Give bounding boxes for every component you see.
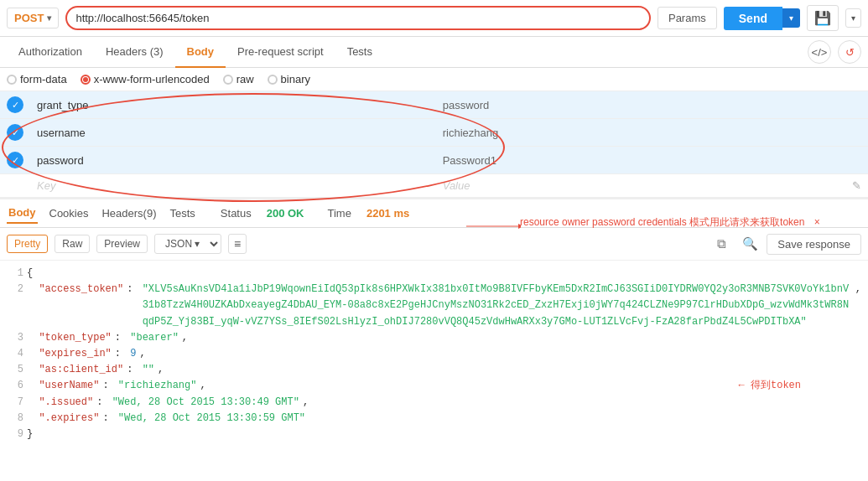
annotation-text: resource owner password credentials 模式用此… bbox=[520, 215, 820, 230]
param-value-0: password bbox=[443, 99, 490, 111]
response-tab-body[interactable]: Body bbox=[7, 203, 38, 224]
param-value-2: Password1 bbox=[443, 154, 496, 167]
line-num-4: 4 bbox=[7, 346, 23, 362]
params-wrapper: ✓ grant_type password resource owner pas… bbox=[0, 91, 868, 198]
line-num-8: 8 bbox=[7, 411, 23, 427]
format-preview-button[interactable]: Preview bbox=[96, 235, 148, 253]
line-num-2: 2 bbox=[7, 282, 23, 330]
copy-icon-button[interactable]: ⧉ bbox=[709, 232, 733, 256]
tab-tests[interactable]: Tests bbox=[335, 37, 384, 68]
table-row: ✓ grant_type password resource owner pas… bbox=[0, 91, 868, 119]
json-line-7: 7 ".issued" : "Wed, 28 Oct 2015 13:30:49… bbox=[7, 395, 861, 411]
response-tab-tests[interactable]: Tests bbox=[169, 204, 197, 223]
json-line-4: 4 "expires_in" : 9, bbox=[7, 346, 861, 362]
response-tab-cookies[interactable]: Cookies bbox=[48, 204, 91, 223]
method-selector[interactable]: POST ▾ bbox=[7, 8, 59, 28]
line-num-5: 5 bbox=[7, 362, 23, 378]
json-line-6: 6 "userName" : "richiezhang", ← 得到token bbox=[7, 378, 861, 394]
status-label: Status bbox=[221, 207, 252, 220]
chevron-down-icon: ▾ bbox=[47, 13, 51, 23]
param-value-1: richiezhang bbox=[443, 127, 499, 139]
checkbox-2[interactable]: ✓ bbox=[7, 152, 23, 168]
radio-urlencoded[interactable]: x-www-form-urlencoded bbox=[81, 73, 210, 85]
response-tab-headers[interactable]: Headers(9) bbox=[100, 204, 158, 223]
tab-authorization[interactable]: Authorization bbox=[7, 37, 94, 68]
params-button[interactable]: Params bbox=[657, 7, 717, 29]
code-icon-button[interactable]: </> bbox=[808, 40, 831, 64]
send-button[interactable]: Send bbox=[724, 7, 782, 30]
top-bar: POST ▾ Params Send ▾ 💾 ▾ bbox=[0, 0, 868, 37]
time-value: 2201 ms bbox=[366, 207, 409, 220]
checkbox-0[interactable]: ✓ bbox=[7, 96, 23, 113]
annotation-arrow bbox=[466, 221, 521, 231]
param-key-0: grant_type bbox=[37, 99, 88, 111]
line-num-9: 9 bbox=[7, 427, 23, 442]
radio-label-raw: raw bbox=[236, 73, 254, 85]
tab-pre-request[interactable]: Pre-request script bbox=[226, 37, 335, 68]
request-tabs: Authorization Headers (3) Body Pre-reque… bbox=[0, 37, 868, 68]
tab-body[interactable]: Body bbox=[175, 37, 226, 68]
format-pretty-button[interactable]: Pretty bbox=[7, 235, 48, 253]
save-response-button[interactable]: Save response bbox=[767, 234, 861, 255]
close-annotation[interactable]: × bbox=[814, 216, 820, 228]
radio-raw[interactable]: raw bbox=[223, 73, 254, 85]
send-group: Send ▾ bbox=[724, 7, 800, 30]
json-type-select[interactable]: JSON ▾ bbox=[154, 234, 221, 254]
url-input[interactable] bbox=[65, 6, 651, 30]
radio-label-form-data: form-data bbox=[20, 73, 67, 85]
annotation-token: ← 得到token bbox=[739, 378, 801, 394]
response-section: Body Cookies Headers(9) Tests Status 200… bbox=[0, 198, 868, 447]
params-table: ✓ grant_type password resource owner pas… bbox=[0, 91, 868, 198]
search-icon-button[interactable]: 🔍 bbox=[738, 232, 761, 256]
json-line-2: 2 "access_token" : "XLV5sAuKnsVD4la1iJbP… bbox=[7, 282, 861, 330]
save-button[interactable]: 💾 bbox=[807, 5, 839, 31]
form-type-row: form-data x-www-form-urlencoded raw bina… bbox=[0, 68, 868, 91]
table-row-empty: Key Value ✎ bbox=[0, 174, 868, 198]
json-response-area: 1 { 2 "access_token" : "XLV5sAuKnsVD4la1… bbox=[0, 261, 868, 447]
line-num-7: 7 bbox=[7, 395, 23, 411]
response-right: ⧉ 🔍 Save response bbox=[709, 232, 861, 256]
value-placeholder: Value bbox=[443, 179, 470, 192]
table-row: ✓ username richiezhang bbox=[0, 119, 868, 147]
line-num-6: 6 bbox=[7, 378, 23, 394]
radio-label-binary: binary bbox=[281, 73, 310, 85]
tab-headers[interactable]: Headers (3) bbox=[94, 37, 175, 68]
tab-icon-group: </> ↺ bbox=[808, 40, 861, 64]
json-line-1: 1 { bbox=[7, 266, 861, 282]
line-num-3: 3 bbox=[7, 330, 23, 346]
radio-dot-form-data bbox=[7, 75, 17, 85]
radio-label-urlencoded: x-www-form-urlencoded bbox=[94, 73, 210, 85]
checkbox-1[interactable]: ✓ bbox=[7, 124, 23, 141]
send-dropdown-button[interactable]: ▾ bbox=[782, 8, 800, 28]
save-dropdown-button[interactable]: ▾ bbox=[845, 8, 861, 28]
radio-dot-urlencoded bbox=[81, 75, 91, 85]
table-row: ✓ password Password1 bbox=[0, 147, 868, 174]
time-label: Time bbox=[328, 207, 351, 220]
key-placeholder: Key bbox=[37, 179, 55, 192]
radio-dot-raw bbox=[223, 75, 233, 85]
align-button[interactable]: ≡ bbox=[228, 234, 247, 254]
param-key-2: password bbox=[37, 154, 84, 167]
status-value: 200 OK bbox=[267, 207, 304, 220]
format-bar: Pretty Raw Preview JSON ▾ ≡ ⧉ 🔍 Save res… bbox=[0, 228, 868, 261]
line-num-1: 1 bbox=[7, 266, 23, 282]
param-key-1: username bbox=[37, 127, 86, 139]
json-content: 1 { 2 "access_token" : "XLV5sAuKnsVD4la1… bbox=[0, 261, 868, 447]
format-raw-button[interactable]: Raw bbox=[55, 235, 90, 253]
refresh-icon-button[interactable]: ↺ bbox=[838, 40, 861, 64]
json-line-5: 5 "as:client_id" : "", bbox=[7, 362, 861, 378]
method-label: POST bbox=[14, 12, 44, 24]
json-line-3: 3 "token_type" : "bearer", bbox=[7, 330, 861, 346]
radio-binary[interactable]: binary bbox=[268, 73, 310, 85]
json-line-9: 9 } bbox=[7, 427, 861, 442]
edit-icon[interactable]: ✎ bbox=[852, 179, 861, 192]
radio-dot-binary bbox=[268, 75, 278, 85]
json-line-8: 8 ".expires" : "Wed, 28 Oct 2015 13:30:5… bbox=[7, 411, 861, 427]
radio-form-data[interactable]: form-data bbox=[7, 73, 67, 85]
